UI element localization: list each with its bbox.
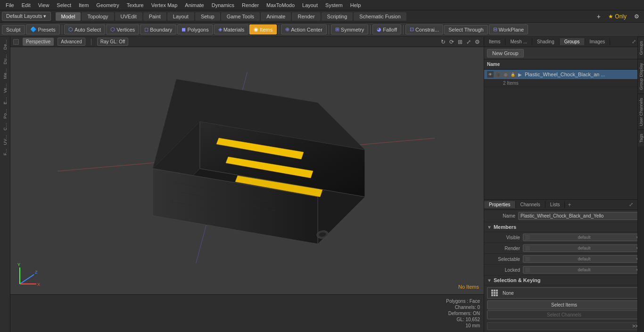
- menu-geometry[interactable]: Geometry: [92, 1, 123, 9]
- viewport-rotate-icon[interactable]: ↻: [440, 39, 446, 45]
- none-selector[interactable]: None: [487, 287, 641, 299]
- menu-layout[interactable]: Layout: [298, 1, 322, 9]
- layout-tab-scripting[interactable]: Scripting: [322, 12, 353, 21]
- menu-view[interactable]: View: [34, 1, 53, 9]
- viewport-menu-btn[interactable]: [13, 39, 19, 45]
- sidebar-mesh[interactable]: Me...: [2, 66, 8, 81]
- menu-dynamics[interactable]: Dynamics: [208, 1, 238, 9]
- sel-keying-section-header[interactable]: ▼ Selection & Keying: [484, 275, 644, 285]
- menu-vertexmap[interactable]: Vertex Map: [148, 1, 182, 9]
- right-panel-expand-icon[interactable]: ⤢: [632, 39, 636, 45]
- layout-tab-model[interactable]: Model: [56, 12, 81, 21]
- menu-texture[interactable]: Texture: [123, 1, 148, 9]
- auto-select-button[interactable]: ⬡ Auto Select: [64, 24, 105, 34]
- layout-tab-schematic[interactable]: Schematic Fusion: [354, 12, 406, 21]
- menu-item[interactable]: Item: [75, 1, 92, 9]
- select-channels-button[interactable]: Select Channels: [487, 310, 641, 319]
- render-select[interactable]: default ▾: [523, 244, 641, 252]
- layout-tab-animate[interactable]: Animate: [261, 12, 291, 21]
- members-section-header[interactable]: ▼ Members: [484, 222, 644, 232]
- viewport-maximize-icon[interactable]: ⤢: [465, 39, 472, 45]
- locked-select[interactable]: default ▾: [523, 266, 641, 274]
- expand-chevron-button[interactable]: >>: [487, 322, 641, 330]
- sidebar-edge[interactable]: E...: [2, 95, 8, 106]
- new-group-button[interactable]: New Group: [487, 49, 524, 57]
- items-button[interactable]: ◉ Items: [249, 24, 277, 34]
- symmetry-button[interactable]: ⊞ Symmetry: [331, 24, 369, 34]
- layout-tab-topology[interactable]: Topology: [82, 12, 114, 21]
- sidebar-deformers[interactable]: De...: [2, 38, 8, 52]
- menu-render[interactable]: Render: [238, 1, 263, 9]
- menu-help[interactable]: Help: [347, 1, 365, 9]
- boundary-button[interactable]: ◻ Boundary: [140, 24, 176, 34]
- layout-dropdown[interactable]: Default Layouts ▾: [2, 12, 51, 21]
- prop-tab-add[interactable]: +: [565, 201, 574, 209]
- canvas-area[interactable]: Z X Y No Items: [10, 47, 484, 294]
- materials-button[interactable]: ◈ Materials: [214, 24, 249, 34]
- viewport-raygl[interactable]: Ray GL: Off: [97, 38, 129, 46]
- group-lock-icon[interactable]: 🔒: [510, 71, 516, 78]
- prop-tab-properties[interactable]: Properties: [484, 201, 516, 208]
- viewport[interactable]: Perspective Advanced Ray GL: Off ↻ ⟳ ⊞ ⤢…: [10, 37, 484, 332]
- menu-animate[interactable]: Animate: [181, 1, 207, 9]
- prop-tab-channels[interactable]: Channels: [516, 201, 545, 208]
- edge-tab-tags[interactable]: Tags: [638, 130, 644, 146]
- group-item[interactable]: 👁 🎥 ◎ 🔒 ▶ Plastic_Wheel_Chock_Black_an .…: [484, 70, 644, 80]
- right-panel-tabs: Items Mesh ... Shading Groups Images ⤢ ⊕: [484, 37, 644, 47]
- menu-file[interactable]: File: [2, 1, 18, 9]
- selectable-select[interactable]: default ▾: [523, 255, 641, 263]
- sidebar-vertex[interactable]: Ve...: [2, 81, 8, 95]
- group-expand-arrow[interactable]: ▶: [518, 72, 522, 77]
- layout-settings-button[interactable]: ⚙: [631, 12, 642, 21]
- edge-tab-group-display[interactable]: Group Display: [638, 59, 644, 94]
- right-tab-images[interactable]: Images: [585, 38, 611, 45]
- edge-tab-user-channels[interactable]: User Channels: [638, 94, 644, 130]
- right-tab-groups[interactable]: Groups: [560, 38, 585, 45]
- menu-edit[interactable]: Edit: [18, 1, 34, 9]
- menu-system[interactable]: System: [322, 1, 347, 9]
- select-through-button[interactable]: Select Through: [444, 25, 487, 34]
- locked-color-swatch: [525, 267, 530, 272]
- layout-only-button[interactable]: ★ Only: [605, 12, 629, 21]
- select-items-button[interactable]: Select Items: [487, 300, 641, 309]
- layout-tab-setup[interactable]: Setup: [195, 12, 220, 21]
- viewport-perspective[interactable]: Perspective: [23, 38, 54, 46]
- group-render-icon[interactable]: 🎥: [495, 71, 501, 78]
- action-center-button[interactable]: ⊕ Action Center: [281, 24, 327, 34]
- sidebar-curve[interactable]: C...: [2, 121, 8, 132]
- sidebar-polygon[interactable]: Po...: [2, 107, 8, 121]
- layout-tab-layout[interactable]: Layout: [167, 12, 194, 21]
- group-select-icon[interactable]: ◎: [502, 71, 509, 78]
- menu-select[interactable]: Select: [53, 1, 75, 9]
- right-tab-items[interactable]: Items: [484, 38, 505, 45]
- layout-tab-gametools[interactable]: Game Tools: [221, 12, 260, 21]
- layout-tab-paint[interactable]: Paint: [143, 12, 166, 21]
- viewport-advanced[interactable]: Advanced: [58, 38, 85, 46]
- menu-maxtomodo[interactable]: MaxToModo: [263, 1, 298, 9]
- right-tab-shading[interactable]: Shading: [532, 38, 560, 45]
- sidebar-f[interactable]: F...: [2, 147, 8, 157]
- falloff-button[interactable]: ◕ Falloff: [372, 24, 401, 34]
- polygons-button[interactable]: ◼ Polygons: [177, 24, 213, 34]
- group-visibility-icon[interactable]: 👁: [487, 71, 494, 78]
- prop-name-input[interactable]: [518, 212, 641, 220]
- vertices-button[interactable]: ⬡ Vertices: [106, 24, 139, 34]
- layout-add-button[interactable]: +: [594, 12, 603, 21]
- viewport-zoom-icon[interactable]: ⟳: [448, 39, 455, 45]
- sidebar-duplicate[interactable]: Du...: [2, 52, 8, 66]
- layout-tab-render[interactable]: Render: [292, 12, 320, 21]
- edge-tab-groups[interactable]: Groups: [638, 37, 644, 59]
- visible-select[interactable]: default ▾: [523, 234, 641, 241]
- right-tab-mesh[interactable]: Mesh ...: [505, 38, 532, 45]
- sidebar-uv[interactable]: UV...: [2, 133, 8, 147]
- prop-expand-icon[interactable]: ⤢: [628, 202, 634, 208]
- sculpt-button[interactable]: Sculpt: [2, 25, 25, 34]
- constraint-button[interactable]: ⊡ Constrai...: [405, 24, 443, 34]
- viewport-fit-icon[interactable]: ⊞: [457, 39, 463, 45]
- group-item-name[interactable]: Plastic_Wheel_Chock_Black_an ...: [524, 72, 641, 77]
- layout-tab-uvedit[interactable]: UVEdit: [115, 12, 142, 21]
- viewport-settings-icon[interactable]: ⚙: [474, 39, 481, 45]
- workplane-button[interactable]: ⊟ WorkPlane: [489, 24, 528, 34]
- prop-tab-lists[interactable]: Lists: [545, 201, 565, 208]
- presets-button[interactable]: 🔷 Presets: [26, 24, 60, 34]
